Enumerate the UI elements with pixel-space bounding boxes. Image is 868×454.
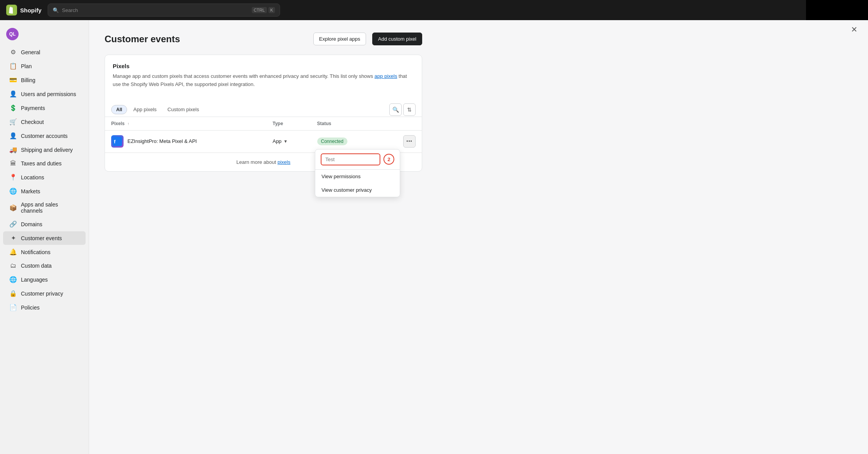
pixel-actions-cell: ••• 2 View permissions — [381, 130, 422, 152]
checkout-icon: 🛒 — [9, 118, 17, 126]
sidebar-item-general[interactable]: ⚙ General — [3, 45, 86, 59]
search-bar[interactable]: 🔍 Search CTRL K — [48, 3, 280, 17]
sidebar-item-label: Customer accounts — [21, 133, 68, 139]
svg-text:f: f — [114, 139, 116, 144]
locations-icon: 📍 — [9, 174, 17, 181]
sidebar-item-label: Taxes and duties — [21, 160, 62, 167]
custom-data-icon: 🗂 — [9, 262, 17, 269]
shopify-wordmark: Shopify — [20, 7, 41, 14]
sidebar-item-label: Checkout — [21, 119, 44, 125]
pixel-app-icon: f — [111, 135, 124, 148]
app-pixels-link[interactable]: app pixels — [375, 73, 397, 79]
sidebar-item-label: Domains — [21, 221, 42, 227]
sidebar: QL ⚙ General 📋 Plan 💳 Billing 👤 Users an… — [0, 20, 89, 454]
close-button[interactable]: ✕ — [848, 23, 860, 36]
col-actions — [381, 117, 422, 131]
main-content: ✕ Customer events Explore pixel apps Add… — [89, 20, 868, 454]
privacy-icon: 🔒 — [9, 290, 17, 297]
card-body: Pixels Manage app and custom pixels that… — [105, 55, 422, 103]
col-pixels: Pixels ↑ — [105, 117, 266, 131]
sidebar-item-users-permissions[interactable]: 👤 Users and permissions — [3, 87, 86, 101]
sidebar-item-label: Plan — [21, 63, 32, 69]
customer-events-icon: ✦ — [9, 234, 17, 242]
sidebar-item-shipping[interactable]: 🚚 Shipping and delivery — [3, 143, 86, 156]
sidebar-avatar: QL — [6, 28, 19, 40]
sort-icon: ⇅ — [407, 107, 412, 113]
languages-icon: 🌐 — [9, 276, 17, 283]
sidebar-item-customer-events[interactable]: ✦ Customer events — [3, 231, 86, 245]
sidebar-item-checkout[interactable]: 🛒 Checkout — [3, 115, 86, 129]
billing-icon: 💳 — [9, 76, 17, 84]
pixels-link[interactable]: pixels — [277, 159, 290, 165]
more-icon: ••• — [406, 139, 413, 144]
pixels-card: Pixels Manage app and custom pixels that… — [105, 55, 422, 172]
domains-icon: 🔗 — [9, 220, 17, 228]
dropdown-popup: 2 View permissions View customer privacy — [315, 149, 400, 197]
sidebar-item-markets[interactable]: 🌐 Markets — [3, 184, 86, 198]
col-status: Status — [311, 117, 381, 131]
sidebar-item-customer-privacy[interactable]: 🔒 Customer privacy — [3, 287, 86, 300]
search-shortcut: CTRL K — [252, 7, 275, 13]
sidebar-item-label: Locations — [21, 174, 44, 181]
pixels-card-title: Pixels — [113, 63, 414, 69]
sidebar-item-label: Customer events — [21, 235, 62, 241]
sort-button[interactable]: ⇅ — [403, 103, 416, 116]
dropdown-badge: 2 — [383, 154, 394, 165]
sidebar-item-label: Billing — [21, 77, 35, 83]
explore-pixel-apps-button[interactable]: Explore pixel apps — [313, 33, 366, 45]
general-icon: ⚙ — [9, 48, 17, 56]
status-badge: Connected — [317, 138, 347, 145]
customer-accounts-icon: 👤 — [9, 132, 17, 139]
policies-icon: 📄 — [9, 304, 17, 311]
sidebar-item-custom-data[interactable]: 🗂 Custom data — [3, 259, 86, 272]
sidebar-item-taxes[interactable]: 🏛 Taxes and duties — [3, 157, 86, 170]
test-input[interactable] — [321, 153, 380, 165]
pixel-type-cell: App ▾ — [266, 130, 311, 152]
sidebar-item-label: Apps and sales channels — [21, 201, 79, 214]
sidebar-item-label: Payments — [21, 105, 45, 111]
type-dropdown-icon[interactable]: ▾ — [284, 138, 287, 144]
payments-icon: 💲 — [9, 104, 17, 112]
search-placeholder: Search — [62, 7, 78, 13]
filter-tabs: All App pixels Custom pixels 🔍 ⇅ — [105, 103, 422, 117]
search-table-button[interactable]: 🔍 — [389, 103, 402, 116]
more-options-button[interactable]: ••• — [403, 135, 416, 148]
sidebar-item-apps-sales[interactable]: 📦 Apps and sales channels — [3, 198, 86, 217]
apps-icon: 📦 — [9, 204, 17, 212]
topnav-black-bar — [806, 0, 868, 20]
sidebar-item-label: Policies — [21, 304, 40, 311]
sidebar-item-label: Customer privacy — [21, 291, 63, 297]
markets-icon: 🌐 — [9, 187, 17, 195]
taxes-icon: 🏛 — [9, 160, 17, 167]
filter-actions: 🔍 ⇅ — [389, 103, 416, 116]
sidebar-item-billing[interactable]: 💳 Billing — [3, 73, 86, 87]
filter-tab-all[interactable]: All — [111, 105, 127, 114]
page-title: Customer events — [105, 34, 307, 45]
add-custom-pixel-button[interactable]: Add custom pixel — [372, 33, 422, 45]
dropdown-test-row: 2 — [315, 150, 400, 170]
sidebar-item-label: Shipping and delivery — [21, 147, 73, 153]
sidebar-item-policies[interactable]: 📄 Policies — [3, 301, 86, 314]
sidebar-item-customer-accounts[interactable]: 👤 Customer accounts — [3, 129, 86, 143]
users-icon: 👤 — [9, 90, 17, 98]
sidebar-item-label: Custom data — [21, 263, 52, 269]
pixel-name: EZInsightPro: Meta Pixel & API — [127, 138, 197, 144]
filter-tab-custom-pixels[interactable]: Custom pixels — [163, 103, 204, 117]
sidebar-item-payments[interactable]: 💲 Payments — [3, 101, 86, 115]
sidebar-item-notifications[interactable]: 🔔 Notifications — [3, 245, 86, 259]
sidebar-item-domains[interactable]: 🔗 Domains — [3, 217, 86, 231]
sidebar-item-plan[interactable]: 📋 Plan — [3, 59, 86, 73]
sidebar-item-label: Languages — [21, 277, 48, 283]
shipping-icon: 🚚 — [9, 146, 17, 153]
col-type: Type — [266, 117, 311, 131]
sidebar-item-languages[interactable]: 🌐 Languages — [3, 273, 86, 286]
view-permissions-item[interactable]: View permissions — [315, 170, 400, 183]
filter-tab-app-pixels[interactable]: App pixels — [129, 103, 161, 117]
view-customer-privacy-item[interactable]: View customer privacy — [315, 183, 400, 197]
pixel-name-cell: f EZInsightPro: Meta Pixel & API — [105, 130, 266, 152]
sidebar-item-label: General — [21, 49, 40, 55]
sidebar-item-label: Users and permissions — [21, 91, 76, 97]
page-header: Customer events Explore pixel apps Add c… — [105, 33, 422, 45]
pixels-sort-icon: ↑ — [127, 122, 129, 126]
sidebar-item-locations[interactable]: 📍 Locations — [3, 170, 86, 184]
